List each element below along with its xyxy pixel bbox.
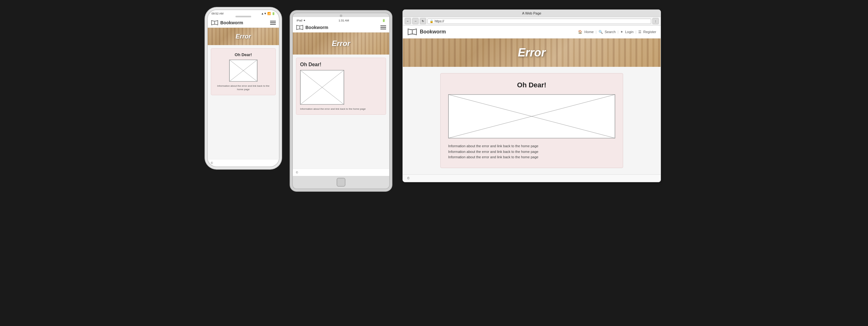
- desktop-navbar: Bookworm 🏠 Home | 🔍 Search | ✦ Login | ☰…: [403, 26, 661, 38]
- nav-home-link[interactable]: Home: [584, 30, 593, 34]
- forward-button[interactable]: →: [412, 18, 418, 24]
- nav-search-link[interactable]: Search: [605, 30, 616, 34]
- phone-hero-banner: Error: [208, 28, 279, 45]
- phone-time: 09:52 AM: [212, 12, 223, 15]
- tablet-footer: ©: [293, 169, 389, 176]
- phone-content-area: Oh Dear! Information about the error and…: [208, 45, 279, 159]
- register-icon: ☰: [638, 30, 641, 34]
- desktop-placeholder-image: [448, 94, 615, 139]
- desktop-footer: ©: [403, 174, 661, 182]
- phone-footer: ©: [208, 159, 279, 167]
- tablet-brand: Bookworm: [296, 25, 328, 30]
- login-icon: ✦: [620, 30, 623, 34]
- tablet-content-area: Oh Dear! Information about the error and…: [293, 55, 389, 169]
- phone-card-title: Oh Dear!: [235, 52, 252, 57]
- tablet-status-time: 1:31 AM: [339, 19, 349, 22]
- tablet-app-name: Bookworm: [305, 25, 328, 30]
- svg-rect-5: [300, 70, 344, 105]
- svg-line-3: [229, 60, 257, 81]
- desktop-error-line-3: Information about the error and link bac…: [448, 154, 615, 160]
- desktop-toolbar: ← → ↻ 🔒 https:// ⋮: [403, 17, 661, 26]
- svg-line-2: [229, 60, 257, 81]
- phone-placeholder-image: [229, 60, 257, 82]
- refresh-button[interactable]: ↻: [420, 18, 426, 24]
- desktop-error-line-1: Information about the error and link bac…: [448, 144, 615, 149]
- tablet-status-right: 🔋: [382, 19, 385, 22]
- settings-button[interactable]: ⋮: [652, 18, 659, 24]
- desktop-title-bar: A Web Page: [403, 10, 661, 17]
- tablet-book-icon: [296, 25, 304, 30]
- phone-status-bar: 09:52 AM ▲▼ 📶 🔋: [208, 10, 279, 16]
- tablet-home-button[interactable]: [337, 178, 345, 187]
- desktop-nav-links: 🏠 Home | 🔍 Search | ✦ Login | ☰ Register: [578, 30, 656, 34]
- nav-login-link[interactable]: Login: [625, 30, 633, 34]
- tablet-camera: [340, 14, 342, 17]
- svg-line-6: [300, 70, 344, 105]
- back-button[interactable]: ←: [405, 18, 411, 24]
- desktop-error-card: Oh Dear! Information about the error and…: [440, 73, 623, 168]
- lock-icon: 🔒: [430, 20, 433, 23]
- desktop-content-area: Oh Dear! Information about the error and…: [403, 67, 661, 174]
- tablet-frame: iPad ✦ 1:31 AM 🔋 Bookworm Error Oh Dear!: [292, 12, 390, 189]
- search-icon: 🔍: [598, 30, 603, 34]
- home-icon: 🏠: [578, 30, 583, 34]
- address-text: https://: [435, 20, 444, 23]
- desktop-frame: A Web Page ← → ↻ 🔒 https:// ⋮ Bookworm 🏠…: [402, 9, 661, 182]
- desktop-footer-copyright: ©: [407, 177, 409, 180]
- nav-register-link[interactable]: Register: [643, 30, 656, 34]
- tablet-navbar: Bookworm: [293, 23, 389, 32]
- tablet-error-text: Information about the error and link bac…: [300, 107, 366, 111]
- tablet-error-card: Oh Dear! Information about the error and…: [296, 58, 386, 115]
- phone-speaker: [236, 16, 251, 17]
- desktop-error-line-2: Information about the error and link bac…: [448, 149, 615, 155]
- tablet-hamburger-menu[interactable]: [380, 26, 386, 29]
- tablet-card-title: Oh Dear!: [300, 62, 321, 67]
- phone-brand: Bookworm: [211, 20, 243, 26]
- desktop-book-icon: [407, 28, 417, 36]
- phone-error-card: Oh Dear! Information about the error and…: [211, 48, 276, 95]
- tablet-status-bar: iPad ✦ 1:31 AM 🔋: [293, 17, 389, 23]
- desktop-error-text: Information about the error and link bac…: [448, 144, 615, 160]
- desktop-hero-banner: Error: [403, 38, 661, 67]
- phone-signal: ▲▼ 📶 🔋: [261, 12, 275, 15]
- desktop-window-title: A Web Page: [522, 11, 541, 15]
- tablet-hero-banner: Error: [293, 32, 389, 55]
- address-bar[interactable]: 🔒 https://: [427, 19, 651, 24]
- phone-frame: 09:52 AM ▲▼ 📶 🔋 Bookworm Error Oh Dear!: [207, 9, 280, 167]
- desktop-card-title: Oh Dear!: [448, 81, 615, 89]
- tablet-placeholder-image: [300, 70, 344, 105]
- desktop-app-name: Bookworm: [420, 29, 446, 35]
- svg-rect-1: [229, 60, 257, 81]
- phone-app-name: Bookworm: [220, 20, 243, 25]
- desktop-error-title: Error: [518, 46, 546, 59]
- phone-hamburger-menu[interactable]: [270, 21, 276, 25]
- tablet-error-title: Error: [332, 39, 350, 48]
- desktop-brand: Bookworm: [407, 28, 446, 36]
- svg-line-7: [300, 70, 344, 105]
- tablet-status-left: iPad ✦: [297, 19, 306, 22]
- phone-error-title: Error: [236, 33, 251, 40]
- book-icon: [211, 20, 218, 26]
- phone-navbar: Bookworm: [208, 18, 279, 28]
- phone-error-text: Information about the error and link bac…: [215, 84, 272, 91]
- tablet-screen: iPad ✦ 1:31 AM 🔋 Bookworm Error Oh Dear!: [293, 17, 389, 176]
